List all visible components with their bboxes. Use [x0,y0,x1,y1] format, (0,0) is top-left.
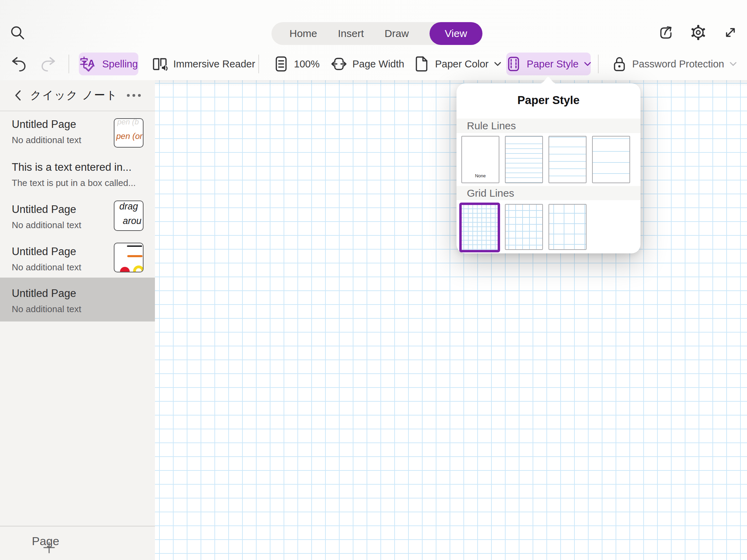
paper-style-option-grid-medium[interactable] [505,204,543,250]
paper-style-icon [505,55,522,73]
page-list-item-2[interactable]: This is a text entered in... The text is… [0,159,155,188]
page-width-icon [330,55,348,73]
paper-style-button[interactable]: Paper Style [506,53,591,75]
page-width-label: Page Width [352,58,404,70]
back-button[interactable] [12,89,24,102]
search-button[interactable] [9,24,26,41]
back-chevron-icon [12,89,24,102]
redo-icon [40,55,57,73]
thumbnail-ink-text: arou [123,216,141,226]
page-width-button[interactable]: Page Width [330,53,404,75]
sidebar-divider [0,111,155,111]
page-title: Untitled Page [12,203,116,216]
grid-small-preview [462,205,498,250]
add-page-label: Page [32,534,59,548]
page-list-item-5-selected[interactable]: Untitled Page No additional text [0,278,155,321]
paper-style-option-ruled-narrow[interactable] [505,136,543,183]
page-thumbnail-3: drag arou [114,200,144,231]
toolbar-divider [598,55,599,73]
ellipsis-icon [126,93,142,98]
paper-style-popover: Paper Style Rule Lines None Grid Lines [456,83,640,253]
ribbon-tab-bar: Home Insert Draw View [271,22,482,45]
sidebar-header: クイック ノート [0,80,155,111]
grid-lines-label: Grid Lines [467,187,514,199]
top-header: Home Insert Draw View [0,0,747,80]
grid-lines-section-label: Grid Lines [456,186,640,200]
search-icon [9,24,26,41]
tab-insert[interactable]: Insert [338,28,364,39]
paper-color-icon [414,55,430,73]
share-button[interactable] [658,24,674,41]
password-protection-label: Password Protection [632,58,724,70]
paper-style-label: Paper Style [527,58,579,70]
more-options-button[interactable] [126,93,142,98]
sidebar-footer-divider [0,526,155,526]
spelling-label: Spelling [102,58,138,70]
expand-icon [722,24,739,41]
thumbnail-ink-text: drag [119,201,138,212]
notebook-title: クイック ノート [24,88,124,103]
page-thumbnail-4 [114,243,144,272]
paper-style-option-ruled-wide[interactable] [592,136,630,183]
thumbnail-ink-text: pen (or [116,131,142,141]
gear-icon [690,24,707,41]
tab-draw[interactable]: Draw [385,28,409,39]
page-subtitle: The text is put in a box called... [12,178,150,188]
undo-icon [10,55,27,73]
none-option-label: None [462,173,499,178]
add-page-button[interactable]: Page [0,530,155,557]
rule-lines-label: Rule Lines [467,120,516,132]
page-title: Untitled Page [12,245,116,258]
fullscreen-button[interactable] [722,24,739,41]
thumbnail-ink-text: pen (b [117,118,139,127]
tab-home[interactable]: Home [289,28,317,39]
undo-button[interactable] [10,53,27,75]
chevron-down-icon [494,61,502,67]
rule-lines-section-label: Rule Lines [456,119,640,133]
paper-style-option-grid-large[interactable] [548,204,587,250]
zoom-level-value: 100% [294,58,320,70]
spelling-button[interactable]: A Spelling [79,53,138,75]
redo-button[interactable] [40,53,57,75]
popover-arrow [538,75,558,84]
tab-view[interactable]: View [430,22,482,45]
note-canvas[interactable]: Paper Style Rule Lines None Grid Lines [155,80,747,560]
immersive-reader-icon [151,55,168,73]
popover-title: Paper Style [456,94,640,107]
lock-icon [611,55,627,73]
chevron-down-icon [583,61,592,67]
zoom-level-button[interactable]: 100% [273,53,320,75]
page-title: Untitled Page [12,287,116,300]
password-protection-button[interactable]: Password Protection [611,53,737,75]
paper-style-option-none[interactable]: None [461,136,499,183]
page-list-sidebar: クイック ノート Untitled Page No additional tex… [0,80,155,560]
toolbar-divider [68,55,69,73]
paper-style-option-ruled-college[interactable] [548,136,587,183]
zoom-document-icon [273,55,289,73]
page-thumbnail-1: pen (b pen (or [114,118,144,148]
thumbnail-drawing [114,243,143,272]
page-title: This is a text entered in... [12,161,150,174]
toolbar-divider [258,55,259,73]
page-subtitle: No additional text [12,304,150,315]
settings-button[interactable] [690,24,707,41]
page-title: Untitled Page [12,118,116,131]
chevron-down-icon [729,61,737,67]
immersive-reader-button[interactable]: Immersive Reader [151,53,255,75]
immersive-reader-label: Immersive Reader [173,58,255,70]
spelling-icon: A [79,56,97,72]
paper-color-label: Paper Color [435,58,489,70]
share-icon [658,24,674,41]
paper-color-button[interactable]: Paper Color [414,53,502,75]
paper-style-option-grid-small-selected[interactable] [459,203,500,252]
